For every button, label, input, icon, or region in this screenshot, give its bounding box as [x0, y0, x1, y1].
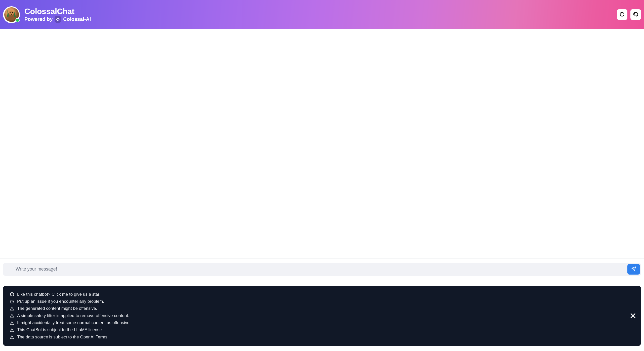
svg-point-1: [9, 11, 14, 16]
github-button[interactable]: [630, 9, 641, 20]
send-icon: [631, 266, 636, 272]
notice-warning-text: A simple safety filter is applied to rem…: [17, 313, 129, 319]
svg-point-7: [12, 310, 12, 310]
refresh-icon: [620, 12, 625, 18]
header-actions: [617, 9, 641, 20]
alert-triangle-icon: [10, 314, 14, 318]
notice-close-button[interactable]: ✕: [629, 312, 636, 320]
powered-by-brand: Colossal-AI: [63, 16, 91, 22]
svg-point-2: [10, 12, 11, 13]
notice-warning-row: This ChatBot is subject to the LLaMA lic…: [10, 327, 629, 333]
svg-point-11: [12, 338, 12, 338]
notice-warning-row: A simple safety filter is applied to rem…: [10, 313, 629, 319]
alert-triangle-icon: [10, 306, 14, 311]
colossal-ai-logo-icon: [55, 16, 61, 23]
svg-point-6: [12, 302, 12, 302]
refresh-button[interactable]: [617, 9, 627, 20]
notice-star-link[interactable]: Like this chatbot? Click me to give us a…: [10, 291, 629, 298]
github-icon: [10, 292, 14, 296]
notice-issue-link[interactable]: Put up an issue if you encounter any pro…: [10, 298, 629, 305]
notice-star-text: Like this chatbot? Click me to give us a…: [17, 291, 101, 298]
avatar: [3, 6, 20, 23]
status-online-dot: [15, 18, 20, 22]
notice-panel: Like this chatbot? Click me to give us a…: [3, 286, 641, 346]
alert-triangle-icon: [10, 321, 14, 325]
app-subtitle: Powered by Colossal-AI: [24, 16, 91, 23]
title-block: ColossalChat Powered by Colossal-AI: [24, 7, 91, 23]
svg-point-3: [12, 12, 13, 13]
svg-point-8: [12, 317, 12, 317]
close-icon: ✕: [629, 311, 636, 321]
input-row: [0, 258, 644, 280]
alert-triangle-icon: [10, 335, 14, 339]
powered-by-label: Powered by: [24, 16, 53, 22]
svg-point-4: [11, 14, 12, 15]
notice-warning-text: It might accidentally treat some normal …: [17, 320, 131, 326]
app-title: ColossalChat: [24, 7, 91, 16]
help-circle-icon: [10, 299, 14, 304]
svg-point-9: [12, 324, 12, 324]
notice-warning-row: It might accidentally treat some normal …: [10, 320, 629, 326]
header-left: ColossalChat Powered by Colossal-AI: [3, 6, 91, 23]
svg-point-10: [12, 331, 12, 331]
send-button[interactable]: [627, 264, 640, 275]
app-header: ColossalChat Powered by Colossal-AI: [0, 0, 644, 29]
notice-warning-text: The generated content might be offensive…: [17, 305, 97, 312]
notice-warning-text: The data source is subject to the OpenAI…: [17, 334, 108, 340]
notice-issue-text: Put up an issue if you encounter any pro…: [17, 298, 104, 305]
notice-warning-text: This ChatBot is subject to the LLaMA lic…: [17, 327, 103, 333]
notice-warning-row: The data source is subject to the OpenAI…: [10, 334, 629, 340]
alert-triangle-icon: [10, 328, 14, 332]
message-input-wrap: [3, 263, 641, 276]
github-icon: [633, 12, 638, 18]
message-input[interactable]: [16, 267, 627, 272]
chat-messages-area: [0, 29, 644, 258]
notice-warning-row: The generated content might be offensive…: [10, 305, 629, 312]
